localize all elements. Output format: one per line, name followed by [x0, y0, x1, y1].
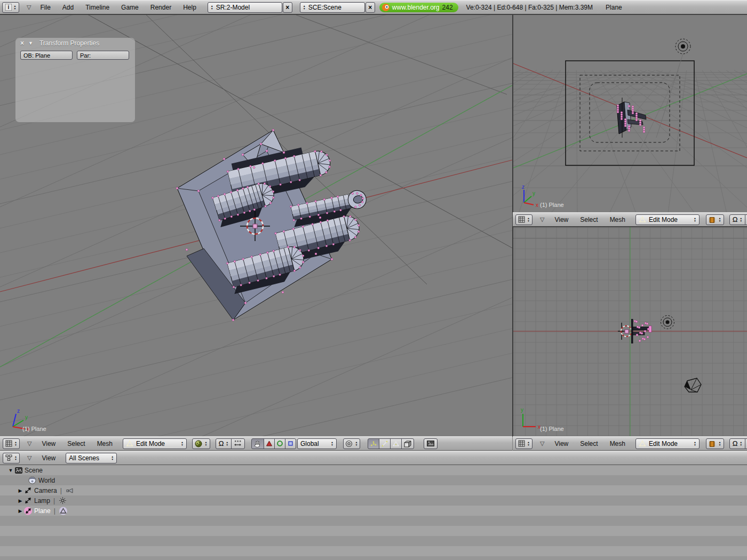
outliner-row-lamp[interactable]: ▶ Lamp | [0, 495, 747, 506]
outliner-row-scene[interactable]: ▼ Scene [0, 465, 747, 475]
menu-collapse-toggle[interactable]: ▽ [27, 454, 31, 461]
panel-collapse-icon[interactable]: ▼ [28, 41, 33, 46]
menu-view[interactable]: View [36, 440, 61, 447]
edge-select-button[interactable] [379, 438, 391, 449]
vertex-select-button[interactable] [368, 438, 379, 449]
transform-properties-panel[interactable]: × ▼ Transform Properties OB: Plane Par: [15, 37, 136, 123]
pivot-point-button[interactable]: Ω▲▼ [729, 438, 745, 449]
menu-render[interactable]: Render [145, 4, 177, 11]
panel-close-icon[interactable]: × [20, 39, 24, 47]
menu-timeline[interactable]: Timeline [80, 4, 115, 11]
scene-delete-button[interactable]: × [365, 2, 375, 13]
screen-selector[interactable]: ▲▼ SR:2-Model [208, 2, 282, 13]
menu-view[interactable]: View [549, 216, 574, 223]
occlude-geometry-button[interactable] [401, 438, 414, 449]
expand-arrow-icon[interactable]: ▶ [17, 498, 23, 503]
viewport-top-canvas[interactable]: y x (1) Plane [513, 227, 747, 436]
menu-add[interactable]: Add [57, 4, 80, 11]
manipulator-handles-button[interactable] [745, 438, 747, 449]
pivot-point-button[interactable]: Ω▲▼ [729, 214, 745, 225]
outliner-item-label[interactable]: Lamp [34, 497, 50, 505]
menu-mesh[interactable]: Mesh [604, 216, 631, 223]
manipulator-handles-button[interactable] [231, 438, 245, 449]
outliner-item-label[interactable]: Camera [34, 487, 57, 494]
camera-data-icon[interactable] [65, 486, 74, 495]
lamp-object[interactable] [676, 39, 690, 54]
menu-mesh[interactable]: Mesh [91, 440, 118, 447]
menu-help[interactable]: Help [177, 4, 202, 11]
scenes-dropdown[interactable]: All Scenes ▲▼ [66, 453, 117, 463]
screen-delete-button[interactable]: × [283, 2, 292, 13]
menu-select[interactable]: Select [61, 440, 91, 447]
expand-arrow-icon[interactable]: ▶ [17, 488, 23, 493]
window-type-3dview-button[interactable]: ▲▼ [515, 438, 533, 449]
orientation-dropdown[interactable]: Global ▲▼ [297, 438, 337, 449]
object-name-field[interactable]: OB: Plane [20, 51, 73, 60]
camera-floor-grid [513, 63, 747, 212]
active-object-name: Plane [600, 4, 628, 11]
menu-select[interactable]: Select [574, 216, 603, 223]
window-type-outliner-button[interactable]: ▲▼ [3, 453, 20, 463]
outliner-row-world[interactable]: World [0, 475, 747, 485]
menu-mesh[interactable]: Mesh [604, 440, 631, 447]
window-type-3dview-button[interactable]: ▲▼ [515, 214, 533, 225]
pivot-point-button[interactable]: Ω▲▼ [216, 438, 232, 449]
axis-y-label: y [25, 414, 28, 420]
outliner-tree[interactable]: ▼ Scene World ▶ Camera | ▶ Lamp | [0, 465, 747, 560]
draw-mode-button[interactable]: ▲▼ [192, 438, 210, 449]
outliner-item-label[interactable]: World [38, 477, 55, 484]
translate-manipulator-button[interactable] [264, 438, 275, 449]
cube-icon [403, 440, 412, 447]
mesh-data-icon[interactable] [59, 507, 68, 515]
viewport-main-header: ▲▼ ▽ View Select Mesh Edit Mode ▲▼ ▲▼ Ω▲… [0, 436, 512, 451]
menu-game[interactable]: Game [115, 4, 145, 11]
concentric-circles-icon [345, 440, 353, 447]
parent-field[interactable]: Par: [77, 51, 129, 60]
updown-arrows-icon: ▲▼ [303, 5, 306, 10]
viewport-camera-canvas[interactable]: z y x (1) Plane [513, 15, 747, 212]
menu-collapse-toggle[interactable]: ▽ [540, 440, 544, 447]
proportional-edit-button[interactable]: ▲▼ [343, 438, 360, 449]
menu-collapse-toggle[interactable]: ▽ [540, 216, 544, 223]
viewport-camera[interactable]: z y x (1) Plane [513, 15, 747, 212]
window-type-info-button[interactable]: i ▲▼ [2, 2, 19, 13]
hand-icon [254, 440, 261, 447]
outliner-item-label[interactable]: Plane [34, 507, 51, 515]
expand-arrow-icon[interactable]: ▼ [7, 468, 14, 473]
menu-collapse-toggle[interactable]: ▽ [27, 440, 31, 447]
draw-mode-button[interactable]: ▲▼ [706, 438, 724, 449]
updown-arrows-icon: ▲▼ [527, 441, 530, 446]
lamp-data-icon[interactable] [58, 497, 67, 505]
window-type-3dview-button[interactable]: ▲▼ [3, 438, 20, 449]
menu-view[interactable]: View [36, 454, 61, 462]
axis-x-label: x [536, 202, 538, 208]
viewport-top-header: ▲▼ ▽ View Select Mesh Edit Mode ▲▼ ▲▼ Ω▲… [513, 436, 747, 451]
menu-collapse-toggle[interactable]: ▽ [27, 4, 31, 11]
mode-dropdown[interactable]: Edit Mode ▲▼ [635, 214, 700, 225]
rotate-manipulator-button[interactable] [274, 438, 285, 449]
viewport-top-view[interactable]: y x (1) Plane [513, 227, 747, 436]
mode-dropdown[interactable]: Edit Mode ▲▼ [123, 438, 187, 449]
face-select-button[interactable] [390, 438, 402, 449]
menu-select[interactable]: Select [574, 440, 603, 447]
menu-file[interactable]: File [34, 4, 56, 11]
orientation-value: Global [300, 440, 319, 447]
outliner-row-plane[interactable]: ▶ Plane | [0, 506, 747, 516]
outliner-item-label[interactable]: Scene [25, 467, 43, 474]
updown-arrows-icon: ▲▼ [718, 441, 721, 446]
draw-mode-button[interactable]: ▲▼ [706, 214, 724, 225]
menu-view[interactable]: View [549, 440, 574, 447]
camera-object[interactable] [685, 378, 701, 392]
dots-arrow-icon [234, 440, 242, 447]
lamp-object[interactable] [661, 316, 674, 329]
expand-arrow-icon[interactable]: ▶ [17, 508, 23, 514]
editmode-icon [639, 440, 646, 447]
scale-manipulator-button[interactable] [285, 438, 296, 449]
render-preview-button[interactable] [424, 438, 438, 449]
outliner-row-camera[interactable]: ▶ Camera | [0, 485, 747, 495]
viewport-top-label: (1) Plane [540, 426, 564, 432]
manipulator-toggle-button[interactable] [251, 438, 264, 449]
scene-selector[interactable]: ▲▼ SCE:Scene [300, 2, 365, 13]
manipulator-handles-button[interactable] [745, 214, 747, 225]
mode-dropdown[interactable]: Edit Mode ▲▼ [635, 438, 700, 449]
